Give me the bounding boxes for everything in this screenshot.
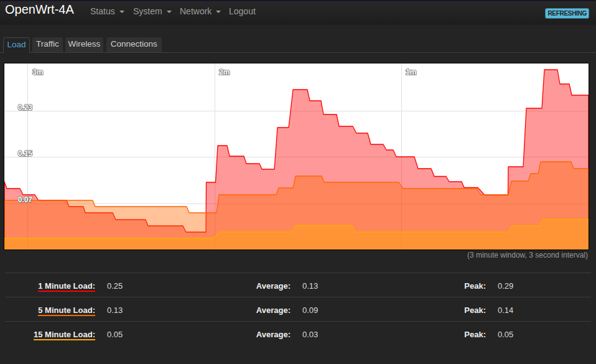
svg-text:0.15: 0.15 [18,149,33,158]
svg-text:1m: 1m [406,68,416,77]
svg-text:2m: 2m [219,68,230,77]
svg-text:0.23: 0.23 [18,103,33,112]
svg-text:0.07: 0.07 [18,195,33,204]
svg-text:3m: 3m [32,68,43,77]
